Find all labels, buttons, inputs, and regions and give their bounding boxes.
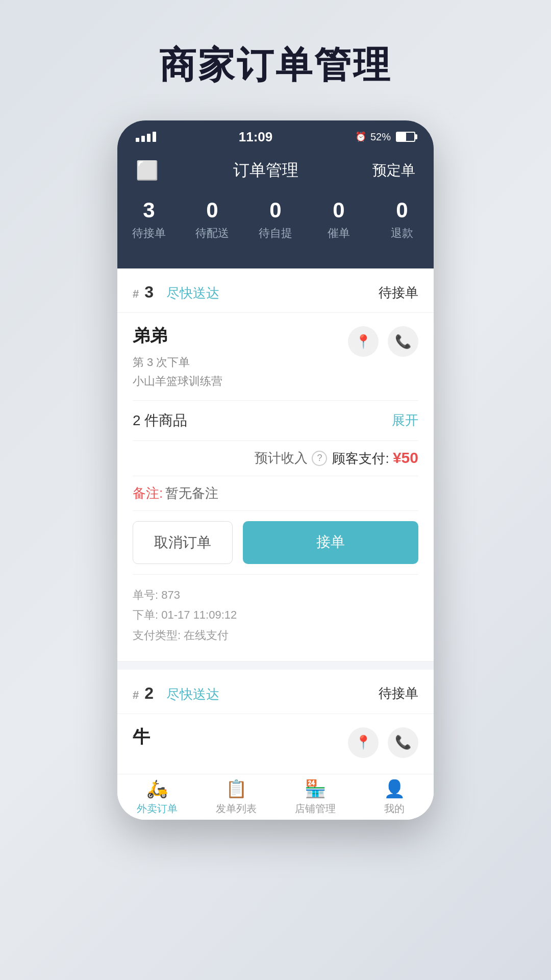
order-2-hash: # — [133, 689, 139, 701]
order-1-items-row: 2 件商品 展开 — [133, 400, 418, 440]
takeout-icon: 🛵 — [146, 778, 168, 799]
stat-pending-deliver[interactable]: 0 待配送 — [181, 198, 244, 241]
customer-meta-1: 第 3 次下单 小山羊篮球训练营 — [133, 353, 348, 391]
battery-icon — [395, 132, 415, 142]
clock: 11:09 — [239, 129, 273, 145]
stat-urge[interactable]: 0 催单 — [307, 198, 370, 241]
estimated-income-label: 预计收入 ? — [255, 449, 327, 467]
nav-store[interactable]: 🏪 店铺管理 — [276, 774, 355, 820]
status-right-icons: ⏰ 52% — [355, 131, 415, 143]
customer-name-1: 弟弟 — [133, 324, 348, 348]
order-1-meta: 单号: 873 下单: 01-17 11:09:12 支付类型: 在线支付 — [133, 574, 418, 649]
order-time-line: 下单: 01-17 11:09:12 — [133, 605, 418, 625]
nav-mine[interactable]: 👤 我的 — [355, 774, 434, 820]
payment-line: 支付类型: 在线支付 — [133, 625, 418, 646]
order-2-header: # 2 尽快送达 待接单 — [133, 684, 418, 703]
order-2-status: 待接单 — [379, 684, 418, 702]
customer-info-1: 弟弟 第 3 次下单 小山羊篮球训练营 — [133, 324, 348, 391]
order-1-actions: 取消订单 接单 — [133, 510, 418, 574]
order-count: 第 3 次下单 — [133, 353, 348, 372]
phone-button-2[interactable]: 📞 — [388, 727, 418, 758]
customer-name-2: 牛 — [133, 725, 348, 749]
cancel-order-button[interactable]: 取消订单 — [133, 521, 233, 564]
customer-actions-2: 📍 📞 — [348, 727, 418, 758]
scan-icon[interactable]: ⬜ — [136, 160, 159, 181]
page-title: 商家订单管理 — [0, 41, 551, 90]
status-bar: 11:09 ⏰ 52% — [117, 120, 434, 149]
info-icon[interactable]: ? — [312, 451, 327, 466]
stats-indicator — [117, 256, 434, 268]
customer-info-2: 牛 — [133, 725, 348, 754]
location-button[interactable]: 📍 — [348, 326, 379, 357]
stat-refund[interactable]: 0 退款 — [370, 198, 434, 241]
dispatch-icon: 📋 — [226, 778, 247, 799]
content-area: # 3 尽快送达 待接单 弟弟 第 3 次下单 小山羊篮球训练营 📍 — [117, 268, 434, 820]
order-card-1: # 3 尽快送达 待接单 弟弟 第 3 次下单 小山羊篮球训练营 📍 — [117, 268, 434, 662]
nav-dispatch[interactable]: 📋 发单列表 — [196, 774, 276, 820]
store-icon: 🏪 — [305, 778, 326, 799]
accept-order-button[interactable]: 接单 — [243, 521, 418, 564]
stat-pending-accept[interactable]: 3 待接单 — [117, 198, 181, 241]
items-count-1: 2 件商品 — [133, 411, 187, 430]
stat-pending-pickup[interactable]: 0 待自提 — [244, 198, 307, 241]
page-title-area: 商家订单管理 — [0, 0, 551, 120]
bottom-nav: 🛵 外卖订单 📋 发单列表 🏪 店铺管理 👤 我的 — [117, 774, 434, 820]
order-1-remark: 备注: 暂无备注 — [133, 476, 418, 510]
battery-percent: 52% — [370, 131, 391, 143]
order-2-number: # 2 尽快送达 — [133, 684, 219, 703]
stats-bar: 3 待接单 0 待配送 0 待自提 0 催单 0 退款 — [117, 193, 434, 256]
location-button-2[interactable]: 📍 — [348, 727, 379, 758]
order-hash: # — [133, 287, 139, 300]
phone-mockup: 11:09 ⏰ 52% ⬜ 订单管理 预定单 3 待接单 0 待配送 0 待自提 — [117, 120, 434, 820]
mine-icon: 👤 — [384, 778, 405, 799]
customer-address: 小山羊篮球训练营 — [133, 372, 348, 390]
app-header: ⬜ 订单管理 预定单 — [117, 149, 434, 193]
order-1-number: # 3 尽快送达 — [133, 283, 219, 302]
expand-button[interactable]: 展开 — [392, 411, 418, 429]
nav-takeout[interactable]: 🛵 外卖订单 — [117, 774, 196, 820]
phone-button[interactable]: 📞 — [388, 326, 418, 357]
order-1-status: 待接单 — [379, 284, 418, 302]
order-2-customer: 牛 📍 📞 — [133, 714, 418, 767]
customer-pay: 顾客支付: ¥50 — [332, 449, 418, 468]
order-1-customer: 弟弟 第 3 次下单 小山羊篮球训练营 📍 📞 — [133, 313, 418, 400]
header-title: 订单管理 — [233, 159, 298, 182]
order-1-header: # 3 尽快送达 待接单 — [133, 283, 418, 302]
order-1-price-row: 预计收入 ? 顾客支付: ¥50 — [133, 440, 418, 476]
order-number-line: 单号: 873 — [133, 585, 418, 605]
signal-icon — [136, 132, 156, 142]
reservation-button[interactable]: 预定单 — [372, 161, 415, 180]
customer-actions-1: 📍 📞 — [348, 326, 418, 357]
alarm-icon: ⏰ — [355, 131, 366, 142]
order-card-2: # 2 尽快送达 待接单 牛 📍 📞 — [117, 670, 434, 779]
indicator-arrow — [267, 256, 284, 264]
